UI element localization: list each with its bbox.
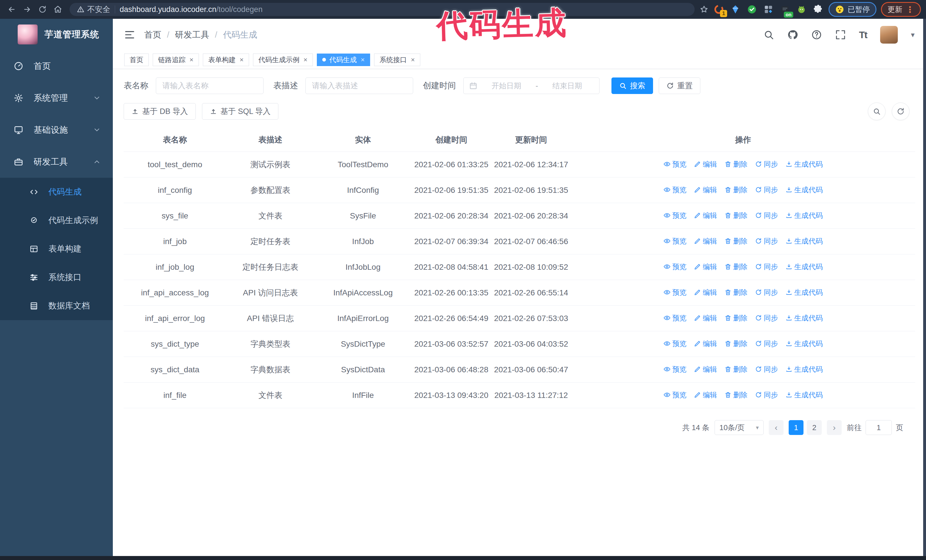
extension-icon-6[interactable] — [796, 3, 808, 15]
extension-icon-3[interactable] — [746, 3, 758, 15]
profile-paused-badge[interactable]: 已暂停 — [829, 2, 876, 17]
sync-link[interactable]: 同步 — [755, 261, 778, 273]
table-name-input[interactable] — [156, 77, 263, 94]
sidebar-subitem-1[interactable]: 代码生成示例 — [0, 206, 113, 235]
edit-link[interactable]: 编辑 — [694, 286, 717, 298]
delete-link[interactable]: 删除 — [725, 312, 747, 324]
extension-icon-2[interactable] — [729, 3, 741, 15]
avatar[interactable] — [880, 26, 898, 44]
import-sql-button[interactable]: 基于 SQL 导入 — [202, 103, 278, 120]
sync-link[interactable]: 同步 — [755, 338, 778, 350]
edit-link[interactable]: 编辑 — [694, 389, 717, 401]
browser-back-icon[interactable] — [5, 3, 18, 16]
generate-code-link[interactable]: 生成代码 — [785, 286, 823, 298]
close-icon[interactable]: × — [240, 56, 244, 64]
generate-code-link[interactable]: 生成代码 — [785, 363, 823, 375]
hamburger-icon[interactable] — [124, 29, 135, 40]
preview-link[interactable]: 预览 — [664, 184, 687, 196]
edit-link[interactable]: 编辑 — [694, 235, 717, 247]
delete-link[interactable]: 删除 — [725, 389, 747, 401]
extension-icon-4[interactable] — [763, 3, 775, 15]
kebab-menu-icon[interactable]: ⋮ — [906, 5, 914, 15]
sidebar-subitem-4[interactable]: 数据库文档 — [0, 292, 113, 320]
tab-5[interactable]: 系统接口× — [374, 54, 420, 66]
close-icon[interactable]: × — [411, 56, 415, 64]
generate-code-link[interactable]: 生成代码 — [785, 261, 823, 273]
end-date-placeholder[interactable]: 结束日期 — [541, 81, 593, 91]
close-icon[interactable]: × — [303, 56, 307, 64]
breadcrumb-item[interactable]: 研发工具 — [175, 29, 209, 41]
reset-button[interactable]: 重置 — [659, 77, 701, 94]
tab-0[interactable]: 首页 — [124, 54, 149, 66]
browser-update-button[interactable]: 更新 ⋮ — [881, 2, 921, 17]
generate-code-link[interactable]: 生成代码 — [785, 312, 823, 324]
delete-link[interactable]: 删除 — [725, 209, 747, 221]
sidebar-item-1[interactable]: 系统管理 — [0, 82, 113, 114]
preview-link[interactable]: 预览 — [664, 363, 687, 375]
font-size-icon[interactable]: Tt — [859, 29, 867, 41]
page-size-select[interactable]: 10条/页 ▾ — [714, 420, 764, 435]
toggle-search-button[interactable] — [868, 103, 885, 120]
help-icon[interactable] — [811, 29, 822, 40]
browser-reload-icon[interactable] — [36, 3, 49, 16]
caret-down-icon[interactable]: ▾ — [911, 30, 915, 39]
not-secure-warning[interactable]: 不安全 — [77, 4, 110, 15]
bookmark-star-icon[interactable] — [700, 5, 708, 14]
fullscreen-icon[interactable] — [835, 29, 846, 40]
table-desc-input[interactable] — [306, 77, 413, 94]
page-button-2[interactable]: 2 — [807, 420, 822, 435]
preview-link[interactable]: 预览 — [664, 389, 687, 401]
preview-link[interactable]: 预览 — [664, 261, 687, 273]
sync-link[interactable]: 同步 — [755, 286, 778, 298]
generate-code-link[interactable]: 生成代码 — [785, 209, 823, 221]
sync-link[interactable]: 同步 — [755, 235, 778, 247]
edit-link[interactable]: 编辑 — [694, 261, 717, 273]
delete-link[interactable]: 删除 — [725, 158, 747, 170]
sidebar-item-3[interactable]: 研发工具 — [0, 146, 113, 178]
edit-link[interactable]: 编辑 — [694, 363, 717, 375]
browser-forward-icon[interactable] — [21, 3, 33, 16]
breadcrumb-item[interactable]: 首页 — [144, 29, 161, 41]
preview-link[interactable]: 预览 — [664, 286, 687, 298]
address-bar[interactable]: 不安全 dashboard.yudao.iocoder.cn/tool/code… — [70, 3, 694, 16]
tab-2[interactable]: 表单构建× — [203, 54, 249, 66]
close-icon[interactable]: × — [361, 56, 365, 64]
sidebar-logo-row[interactable]: 芋道管理系统 — [0, 19, 113, 50]
import-db-button[interactable]: 基于 DB 导入 — [124, 103, 196, 120]
generate-code-link[interactable]: 生成代码 — [785, 184, 823, 196]
delete-link[interactable]: 删除 — [725, 184, 747, 196]
github-icon[interactable] — [787, 29, 798, 40]
sidebar-item-2[interactable]: 基础设施 — [0, 114, 113, 146]
preview-link[interactable]: 预览 — [664, 312, 687, 324]
sync-link[interactable]: 同步 — [755, 184, 778, 196]
preview-link[interactable]: 预览 — [664, 209, 687, 221]
start-date-placeholder[interactable]: 开始日期 — [480, 81, 533, 91]
sidebar-item-0[interactable]: 首页 — [0, 50, 113, 82]
close-icon[interactable]: × — [189, 56, 194, 64]
delete-link[interactable]: 删除 — [725, 363, 747, 375]
generate-code-link[interactable]: 生成代码 — [785, 158, 823, 170]
sidebar-subitem-3[interactable]: 系统接口 — [0, 263, 113, 292]
generate-code-link[interactable]: 生成代码 — [785, 338, 823, 350]
goto-page-input[interactable] — [865, 420, 892, 435]
delete-link[interactable]: 删除 — [725, 338, 747, 350]
extension-icon-1[interactable]: 1 — [713, 3, 725, 15]
prev-page-button[interactable]: ‹ — [769, 420, 784, 435]
date-range-picker[interactable]: 开始日期 - 结束日期 — [463, 77, 599, 94]
edit-link[interactable]: 编辑 — [694, 184, 717, 196]
edit-link[interactable]: 编辑 — [694, 209, 717, 221]
tab-1[interactable]: 链路追踪× — [153, 54, 199, 66]
refresh-table-button[interactable] — [892, 103, 909, 120]
delete-link[interactable]: 删除 — [725, 261, 747, 273]
next-page-button[interactable]: › — [827, 420, 842, 435]
edit-link[interactable]: 编辑 — [694, 158, 717, 170]
sync-link[interactable]: 同步 — [755, 363, 778, 375]
preview-link[interactable]: 预览 — [664, 158, 687, 170]
generate-code-link[interactable]: 生成代码 — [785, 389, 823, 401]
edit-link[interactable]: 编辑 — [694, 338, 717, 350]
tab-4[interactable]: 代码生成× — [317, 54, 370, 66]
sidebar-subitem-0[interactable]: 代码生成 — [0, 178, 113, 206]
puzzle-extensions-icon[interactable] — [812, 3, 824, 15]
delete-link[interactable]: 删除 — [725, 286, 747, 298]
search-button[interactable]: 搜索 — [611, 77, 653, 94]
